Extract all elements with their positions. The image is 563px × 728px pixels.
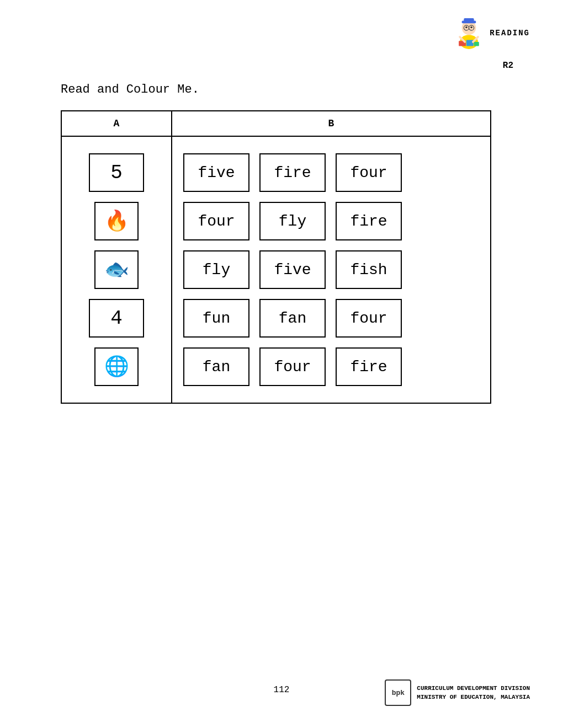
b-row-3: fly five fish: [183, 250, 479, 289]
b-row-1-word-2: fire: [259, 153, 326, 192]
table-content-row: 5 🔥 🐟 4 🌐: [61, 136, 491, 403]
fish-emoji: 🐟: [104, 258, 129, 282]
b-row-4: fun fan four: [183, 299, 479, 338]
main-table: A B 5 🔥 🐟 4 🌐: [61, 110, 491, 404]
b-row-4-word-1: fun: [183, 299, 249, 338]
col-a-items: 5 🔥 🐟 4 🌐: [62, 142, 171, 397]
ministry-text: MINISTRY OF EDUCATION, MALAYSIA: [417, 693, 530, 702]
b-row-4-word-2: fan: [259, 299, 326, 338]
bpk-badge: bpk: [385, 679, 411, 706]
table-header-row: A B: [61, 111, 491, 136]
bpk-label: bpk: [392, 689, 405, 697]
reader-icon: [454, 17, 484, 50]
svg-rect-7: [466, 40, 474, 46]
b-row-5-word-1: fan: [183, 347, 249, 386]
col-a-item-5-globe: 🌐: [94, 347, 139, 386]
b-row-1-word-3: four: [336, 153, 402, 192]
number-4: 4: [110, 307, 123, 330]
b-row-5-word-2: four: [259, 347, 326, 386]
b-row-1: five fire four: [183, 153, 479, 192]
b-row-2-word-1: four: [183, 202, 249, 240]
col-b-header: B: [172, 111, 491, 136]
page-number: 112: [274, 685, 290, 695]
col-a-content-cell: 5 🔥 🐟 4 🌐: [61, 136, 172, 403]
r2-label: R2: [503, 61, 513, 71]
b-row-4-word-3: four: [336, 299, 402, 338]
number-5: 5: [110, 162, 123, 184]
b-row-3-word-2: five: [259, 250, 326, 289]
col-a-item-2-fire: 🔥: [94, 202, 139, 240]
col-a-header: A: [61, 111, 172, 136]
svg-point-4: [465, 26, 468, 29]
header: READING: [454, 17, 530, 50]
col-a-item-1: 5: [89, 153, 144, 192]
svg-rect-8: [474, 42, 479, 46]
col-b-rows: five fire four four fly: [172, 142, 490, 397]
svg-rect-3: [464, 18, 474, 22]
instruction-text: Read and Colour Me.: [61, 83, 199, 97]
svg-point-5: [470, 26, 472, 29]
col-a-item-3-fish: 🐟: [94, 250, 139, 289]
col-b-content-cell: five fire four four fly: [172, 136, 491, 403]
b-row-2: four fly fire: [183, 202, 479, 240]
b-row-3-word-3: fish: [336, 250, 402, 289]
globe-emoji: 🌐: [104, 355, 129, 379]
footer-text: CURRICULUM DEVELOPMENT DIVISION MINISTRY…: [417, 684, 530, 702]
b-row-3-word-1: fly: [183, 250, 249, 289]
b-row-5: fan four fire: [183, 347, 479, 386]
col-a-item-4: 4: [89, 299, 144, 338]
b-row-2-word-3: fire: [336, 202, 402, 240]
fire-emoji: 🔥: [104, 209, 129, 233]
b-row-5-word-3: fire: [336, 347, 402, 386]
footer-right: bpk CURRICULUM DEVELOPMENT DIVISION MINI…: [385, 679, 530, 706]
b-row-1-word-1: five: [183, 153, 249, 192]
reading-label: READING: [490, 29, 530, 38]
b-row-2-word-2: fly: [259, 202, 326, 240]
curriculum-text: CURRICULUM DEVELOPMENT DIVISION: [417, 684, 530, 693]
